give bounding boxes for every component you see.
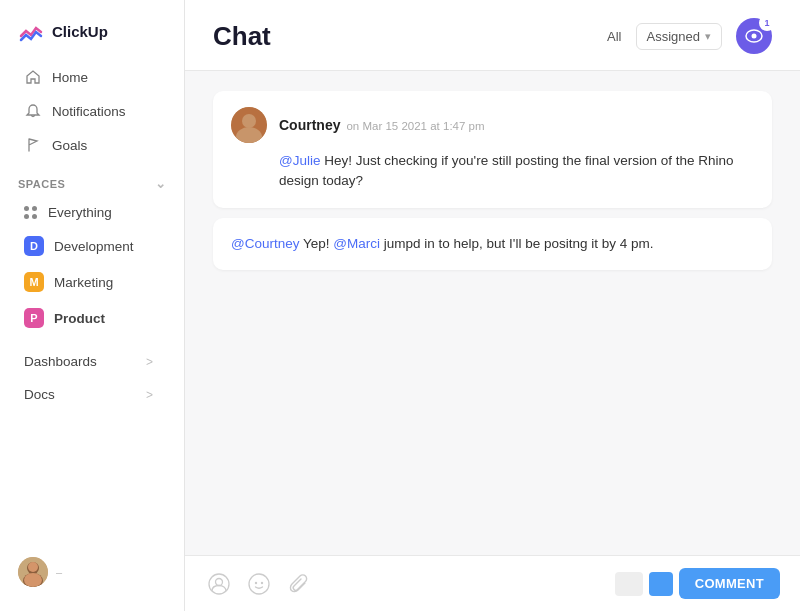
reply-body-1: Yep! <box>303 236 333 251</box>
flag-icon <box>24 136 42 154</box>
avatar-image <box>18 557 48 587</box>
message-text: @Julie Hey! Just checking if you're stil… <box>231 151 754 192</box>
space-label-product: Product <box>54 311 105 326</box>
space-label-development: Development <box>54 239 134 254</box>
space-badge-development: D <box>24 236 44 256</box>
mention-marci: @Marci <box>333 236 380 251</box>
space-badge-marketing: M <box>24 272 44 292</box>
logo-area: ClickUp <box>0 14 184 60</box>
space-label-everything: Everything <box>48 205 112 220</box>
sidebar-footer: – <box>0 547 184 597</box>
message-body: Hey! Just checking if you're still posti… <box>279 153 734 188</box>
paperclip-icon <box>289 574 309 594</box>
filter-assigned-label: Assigned <box>647 29 700 44</box>
svg-point-12 <box>249 574 269 594</box>
dots-grid-icon <box>24 206 38 220</box>
svg-point-8 <box>242 114 256 128</box>
user-avatar[interactable] <box>18 557 48 587</box>
sidebar-item-development[interactable]: D Development <box>6 229 178 263</box>
courtney-avatar-image <box>231 107 267 143</box>
spaces-label: Spaces <box>18 178 65 190</box>
compose-user-icon[interactable] <box>205 570 233 598</box>
comment-button[interactable]: COMMENT <box>679 568 780 599</box>
space-badge-product: P <box>24 308 44 328</box>
chevron-right-dashboards-icon: > <box>146 355 160 369</box>
message-meta: Courtney on Mar 15 2021 at 1:47 pm <box>279 117 485 133</box>
section-left-dashboards: Dashboards <box>24 354 97 369</box>
compose-tools <box>205 570 313 598</box>
mention-julie: @Julie <box>279 153 320 168</box>
svg-point-3 <box>28 562 38 572</box>
courtney-avatar <box>231 107 267 143</box>
sidebar-label-goals: Goals <box>52 138 87 153</box>
filter-all-button[interactable]: All <box>607 29 621 44</box>
reply-block: @Courtney Yep! @Marci jumpd in to help, … <box>213 218 772 270</box>
watch-button[interactable]: 1 <box>736 18 772 54</box>
reply-text: @Courtney Yep! @Marci jumpd in to help, … <box>231 234 754 254</box>
message-block-courtney: Courtney on Mar 15 2021 at 1:47 pm @Juli… <box>213 91 772 208</box>
message-time: on Mar 15 2021 at 1:47 pm <box>346 120 484 132</box>
eye-icon <box>745 29 763 43</box>
compose-actions: COMMENT <box>615 568 780 599</box>
svg-point-14 <box>261 581 263 583</box>
chevron-down-icon[interactable]: ⌄ <box>155 176 167 191</box>
space-label-marketing: Marketing <box>54 275 113 290</box>
logo-text: ClickUp <box>52 23 108 40</box>
sidebar: ClickUp Home Notifications Goals Spaces <box>0 0 185 611</box>
bell-icon <box>24 102 42 120</box>
sidebar-item-product[interactable]: P Product <box>6 301 178 335</box>
sidebar-label-dashboards: Dashboards <box>24 354 97 369</box>
chevron-right-docs-icon: > <box>146 388 160 402</box>
watch-count-badge: 1 <box>759 15 775 31</box>
reply-body-2: jumpd in to help, but I'll be positng it… <box>384 236 654 251</box>
svg-point-4 <box>24 573 42 587</box>
page-title: Chat <box>213 21 271 52</box>
spaces-header: Spaces ⌄ <box>0 162 184 197</box>
sidebar-item-notifications[interactable]: Notifications <box>6 95 178 127</box>
sidebar-item-docs[interactable]: Docs > <box>6 379 178 410</box>
svg-point-6 <box>752 34 757 39</box>
logo-icon <box>18 18 44 44</box>
sidebar-item-home[interactable]: Home <box>6 61 178 93</box>
section-left-docs: Docs <box>24 387 55 402</box>
smiley-icon <box>248 573 270 595</box>
sidebar-item-dashboards[interactable]: Dashboards > <box>6 346 178 377</box>
sidebar-label-docs: Docs <box>24 387 55 402</box>
chevron-down-icon: ▾ <box>705 30 711 43</box>
header-right: All Assigned ▾ 1 <box>607 18 772 54</box>
svg-point-13 <box>255 581 257 583</box>
filter-assigned-dropdown[interactable]: Assigned ▾ <box>636 23 722 50</box>
user-menu-indicator: – <box>56 566 62 578</box>
chat-area: Courtney on Mar 15 2021 at 1:47 pm @Juli… <box>185 71 800 555</box>
compose-attach-icon[interactable] <box>285 570 313 598</box>
svg-point-11 <box>216 578 223 585</box>
message-header: Courtney on Mar 15 2021 at 1:47 pm <box>231 107 754 143</box>
message-author: Courtney <box>279 117 340 133</box>
action-btn-2[interactable] <box>649 572 673 596</box>
compose-emoji-icon[interactable] <box>245 570 273 598</box>
main-content: Chat All Assigned ▾ 1 <box>185 0 800 611</box>
action-btn-1[interactable] <box>615 572 643 596</box>
sidebar-item-goals[interactable]: Goals <box>6 129 178 161</box>
sidebar-label-home: Home <box>52 70 88 85</box>
compose-area: COMMENT <box>185 555 800 611</box>
mention-courtney: @Courtney <box>231 236 299 251</box>
sidebar-item-everything[interactable]: Everything <box>6 198 178 227</box>
user-circle-icon <box>208 573 230 595</box>
home-icon <box>24 68 42 86</box>
page-header: Chat All Assigned ▾ 1 <box>185 0 800 71</box>
sidebar-label-notifications: Notifications <box>52 104 126 119</box>
sidebar-item-marketing[interactable]: M Marketing <box>6 265 178 299</box>
